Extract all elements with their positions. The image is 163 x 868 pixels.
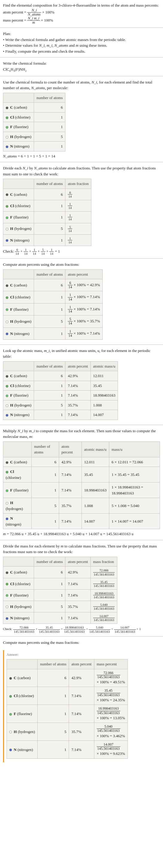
- table-row: F (fluorine)1: [3, 122, 66, 132]
- table-row: Cl (chlorine)1: [3, 112, 66, 122]
- table-row: N (nitrogen)1: [3, 142, 66, 151]
- table-row: F (fluorine)17.14%18.9984031631 × 18.998…: [3, 483, 160, 498]
- col-header: atom percent: [69, 659, 94, 669]
- n-cell: 1: [34, 291, 66, 303]
- fraction: 614: [68, 281, 73, 289]
- mass-cell: 18.998403163: [82, 483, 109, 498]
- table-row: H (hydrogen)535.7%5.040145.561403163× 10…: [7, 723, 128, 741]
- n-cell: 6: [34, 189, 66, 200]
- element-cell: N (nitrogen): [3, 235, 34, 246]
- mass-percents-block: Compute mass percents using the mass fra…: [0, 637, 163, 648]
- fraction: 14.007145.561403163: [97, 743, 120, 751]
- element-cell: N (nitrogen): [3, 514, 32, 529]
- n-cell: 1: [34, 200, 66, 212]
- element-cell: N (nitrogen): [3, 410, 34, 420]
- divider: [0, 344, 163, 345]
- table-row: H (hydrogen)5514 × 100% = 35.7%: [3, 315, 103, 328]
- atom-fractions-table: number of atomsatom fraction C (carbon)6…: [3, 179, 91, 246]
- table-row: H (hydrogen)5: [3, 132, 66, 142]
- mass-cell: 1.008: [90, 400, 118, 410]
- element-cell: F (fluorine): [7, 705, 38, 723]
- atom-percent-formula: atom percent = N_i N_atoms × 100%: [3, 8, 160, 17]
- element-cell: Cl (chlorine): [3, 578, 34, 589]
- n-cell: 1: [34, 235, 66, 246]
- pct-cell: 7.14%: [66, 589, 91, 601]
- element-cell: N (nitrogen): [3, 328, 34, 339]
- n-cell: 1: [34, 112, 66, 122]
- element-cell: H (hydrogen): [3, 601, 34, 612]
- element-dot-icon: [6, 136, 8, 138]
- final-cell: 35.45145.561403163× 100% = 24.35%: [94, 687, 127, 705]
- mass-percent-formula: mass percent = N_i m_i m × 100%: [3, 17, 160, 25]
- check-label: Check:: [3, 249, 15, 253]
- element-cell: Cl (chlorine): [3, 381, 34, 391]
- frac-cell: 114: [66, 200, 91, 212]
- table-row: N (nitrogen)17.14%14.0071 × 14.007 = 14.…: [3, 514, 160, 529]
- element-dot-icon: [6, 375, 8, 378]
- fraction: 114: [68, 305, 73, 313]
- text: Look up the atomic mass,: [3, 348, 44, 353]
- answer-label: Answer:: [7, 652, 158, 657]
- text: N_i: [17, 429, 23, 433]
- times-100: × 100%: [42, 9, 54, 14]
- n-cell: 6: [34, 371, 66, 381]
- n-cell: 6: [34, 103, 66, 113]
- element-cell: C (carbon): [3, 457, 32, 467]
- pct-cell: 42.9%: [59, 457, 81, 467]
- times-100: × 100%: [41, 18, 53, 23]
- n-cell: 5: [32, 498, 59, 514]
- n-cell: 1: [34, 328, 66, 339]
- element-dot-icon: [6, 308, 8, 311]
- element-cell: N (nitrogen): [3, 612, 34, 624]
- col-header: atomic mass/u: [90, 361, 118, 371]
- col-header: mass percent: [94, 659, 127, 669]
- table-row: C (carbon)6614: [3, 189, 91, 200]
- m-equation: m = 72.066 u + 35.45 u + 18.998403163 u …: [3, 531, 160, 537]
- pct-cell: 114 × 100% = 7.14%: [66, 303, 103, 315]
- atoms-table: number of atoms C (carbon)6Cl (chlorine)…: [3, 93, 66, 151]
- fraction: 35.45145.561403163: [38, 625, 60, 633]
- multiply-text: Multiply N_i by m_i to compute the mass …: [3, 428, 160, 440]
- n-cell: 1: [34, 142, 66, 151]
- multiply-block: Multiply N_i by m_i to compute the mass …: [0, 426, 163, 539]
- frac-cell: 35.45145.561403163: [90, 578, 117, 589]
- atom-percent-frac: N_i N_atoms: [27, 8, 41, 17]
- col-header: atom percent: [66, 361, 91, 371]
- element-dot-icon: [6, 284, 8, 287]
- element-cell: C (carbon): [3, 103, 34, 113]
- element-cell: F (fluorine): [3, 483, 32, 498]
- fraction: 614: [68, 191, 72, 198]
- element-dot-icon: [6, 606, 8, 608]
- fraction: 18.998403163145.561403163: [93, 591, 115, 599]
- text: N_i: [91, 80, 97, 84]
- final-cell: 14.007145.561403163× 100% = 9.623%: [94, 741, 127, 759]
- col-header: number of atoms: [32, 441, 59, 457]
- n-cell: 1: [32, 483, 59, 498]
- element-dot-icon: [6, 617, 8, 620]
- chem-formula-block: Write the chemical formula: ClC6H3(F)NH2: [0, 58, 163, 75]
- pct-cell: 35.7%: [66, 400, 91, 410]
- write-formula-label: Write the chemical formula:: [3, 60, 160, 66]
- table-row: N (nitrogen)17.14%14.007145.561403163: [3, 612, 117, 624]
- element-dot-icon: [6, 395, 8, 397]
- mass-fractions-text: Divide the mass for each element by m to…: [3, 543, 160, 555]
- element-cell: H (hydrogen): [3, 400, 34, 410]
- n-cell: 5: [34, 400, 66, 410]
- n-cell: 5: [34, 223, 66, 235]
- plan-item: • Write the chemical formula and gather …: [3, 37, 160, 43]
- divider: [0, 540, 163, 540]
- table-row: Cl (chlorine)17.14%35.451 × 35.45 = 35.4…: [3, 467, 160, 483]
- table-row: F (fluorine)17.14%18.998403163145.561403…: [3, 589, 117, 601]
- table-row: C (carbon)6: [3, 103, 66, 113]
- atomic-mass-block: Look up the atomic mass, m_i, in unified…: [0, 345, 163, 424]
- calc-cell: 5 × 1.008 = 5.040: [109, 498, 160, 514]
- fraction: 72.066145.561403163: [13, 625, 35, 633]
- element-dot-icon: [6, 216, 8, 219]
- element-cell: Cl (chlorine): [7, 687, 38, 705]
- n-cell: 1: [32, 467, 59, 483]
- divider: [0, 636, 163, 637]
- pct-cell: 42.9%: [66, 371, 91, 381]
- mass-cell: 35.45: [90, 381, 118, 391]
- table-row: C (carbon)642.9%72.066145.561403163× 100…: [7, 669, 128, 687]
- fraction: 114: [68, 330, 73, 338]
